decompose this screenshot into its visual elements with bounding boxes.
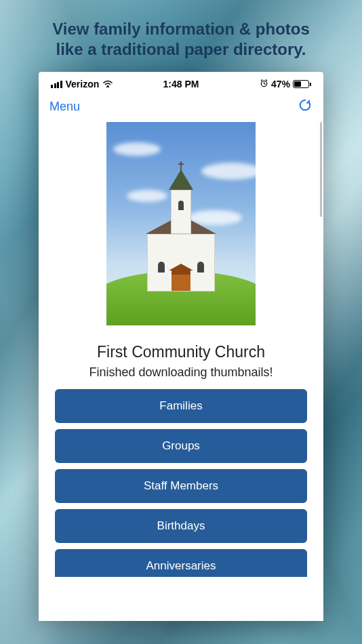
- church-image: [106, 122, 256, 325]
- content-area: First Community Church Finished download…: [39, 122, 323, 577]
- anniversaries-button[interactable]: Anniversaries: [55, 549, 307, 577]
- status-left: Verizon: [51, 79, 113, 89]
- carrier-label: Verizon: [66, 79, 100, 89]
- wifi-icon: [102, 79, 113, 89]
- battery-icon: [293, 80, 311, 88]
- svg-point-0: [107, 85, 109, 87]
- status-message: Finished downloading thumbnails!: [39, 365, 323, 380]
- battery-percent: 47%: [271, 79, 290, 89]
- staff-members-button[interactable]: Staff Members: [55, 469, 307, 503]
- alarm-icon: [260, 79, 268, 89]
- phone-frame: Verizon 1:48 PM 47% Menu: [39, 72, 323, 621]
- nav-bar: Menu: [39, 92, 323, 122]
- scrollbar[interactable]: [320, 122, 322, 217]
- nav-button-list: Families Groups Staff Members Birthdays …: [39, 380, 323, 577]
- status-right: 47%: [260, 79, 311, 89]
- page-title: First Community Church: [39, 343, 323, 361]
- status-bar: Verizon 1:48 PM 47%: [39, 72, 323, 92]
- promo-line-1: View family information & photos: [52, 20, 310, 38]
- status-time: 1:48 PM: [163, 79, 199, 89]
- promo-line-2: like a traditional paper directory.: [56, 40, 306, 58]
- refresh-icon: [298, 98, 313, 115]
- groups-button[interactable]: Groups: [55, 429, 307, 463]
- families-button[interactable]: Families: [55, 389, 307, 423]
- signal-icon: [51, 81, 62, 88]
- refresh-button[interactable]: [298, 98, 313, 115]
- promo-headline: View family information & photos like a …: [0, 0, 362, 72]
- menu-button[interactable]: Menu: [49, 100, 80, 114]
- birthdays-button[interactable]: Birthdays: [55, 509, 307, 543]
